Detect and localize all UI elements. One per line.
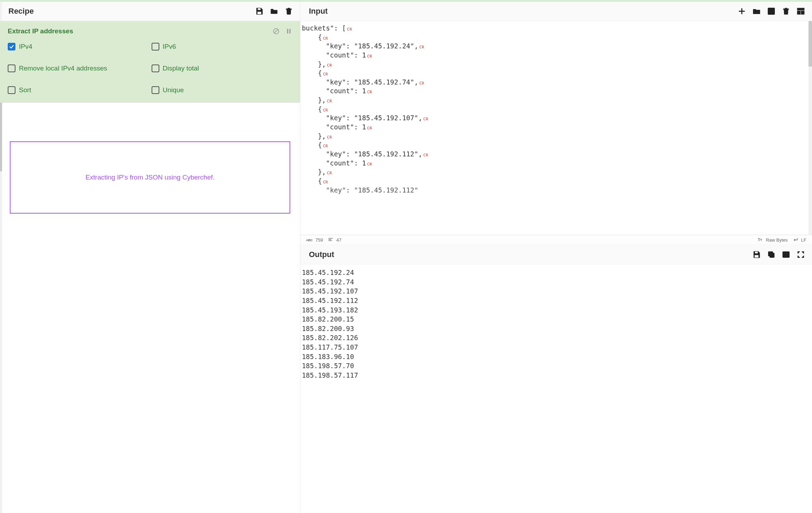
operation-options: IPv4 IPv6 Remove local IPv4 addresses Di… <box>8 43 292 94</box>
load-input-icon[interactable] <box>767 7 776 15</box>
svg-rect-0 <box>258 8 261 10</box>
option-ipv4[interactable]: IPv4 <box>8 43 149 50</box>
option-label: Sort <box>19 86 31 94</box>
operation-title: Extract IP addresses <box>8 27 73 35</box>
save-output-icon[interactable] <box>752 250 761 259</box>
trash-icon[interactable] <box>782 7 790 15</box>
recipe-title: Recipe <box>8 7 34 16</box>
checkbox-icon <box>8 86 15 94</box>
output-line: 185.45.192.24 <box>302 268 811 277</box>
output-line: 185.183.96.10 <box>302 352 811 362</box>
svg-rect-7 <box>797 8 804 10</box>
font-icon: TT <box>758 237 763 243</box>
option-display-total[interactable]: Display total <box>152 65 293 72</box>
disable-icon[interactable] <box>273 28 280 35</box>
option-sort[interactable]: Sort <box>8 86 149 94</box>
option-remove-local[interactable]: Remove local IPv4 addresses <box>8 65 149 72</box>
svg-rect-9 <box>801 11 804 14</box>
input-body: buckets": [CR {CR "key": "185.45.192.24"… <box>300 21 812 235</box>
output-line: 185.45.193.182 <box>302 305 811 315</box>
recipe-pane: Recipe Extract IP addresses <box>0 2 300 513</box>
char-count-value: 759 <box>315 237 323 243</box>
open-folder-icon[interactable] <box>752 7 761 15</box>
tabs-icon[interactable] <box>797 7 805 15</box>
encoding-label: Raw Bytes <box>766 237 788 243</box>
option-label: Display total <box>163 65 199 72</box>
output-header-icons <box>752 250 805 259</box>
input-scrollbar[interactable] <box>808 21 812 235</box>
io-pane: Input <box>300 2 812 513</box>
checkbox-icon <box>8 65 15 72</box>
app-root: Recipe Extract IP addresses <box>0 0 812 513</box>
output-title: Output <box>309 250 334 259</box>
option-label: Remove local IPv4 addresses <box>19 65 107 72</box>
svg-rect-15 <box>755 251 758 254</box>
svg-rect-8 <box>797 11 800 14</box>
output-line: 185.45.192.112 <box>302 296 811 305</box>
char-count[interactable]: ABC 759 <box>306 237 323 243</box>
output-line: 185.82.202.126 <box>302 333 811 343</box>
checkbox-icon <box>152 86 159 94</box>
checkbox-icon <box>152 65 159 72</box>
svg-text:T: T <box>760 239 762 241</box>
output-line: 185.82.200.93 <box>302 324 811 333</box>
output-header: Output <box>300 245 812 264</box>
checkbox-icon <box>152 43 159 50</box>
svg-rect-5 <box>289 29 291 33</box>
plus-icon[interactable] <box>738 7 746 15</box>
recipe-header-icons <box>255 7 293 15</box>
output-line: 185.82.200.15 <box>302 315 811 324</box>
line-count[interactable]: 47 <box>328 237 341 243</box>
input-header-icons <box>738 7 805 15</box>
folder-icon[interactable] <box>270 7 278 15</box>
output-line: 185.45.192.74 <box>302 277 811 287</box>
input-header: Input <box>300 2 812 21</box>
return-icon <box>793 237 798 243</box>
svg-rect-16 <box>754 255 759 258</box>
input-text[interactable]: buckets": [CR {CR "key": "185.45.192.24"… <box>300 21 808 235</box>
svg-line-3 <box>274 29 278 33</box>
abc-icon: ABC <box>306 238 313 242</box>
fullscreen-icon[interactable] <box>797 250 805 259</box>
operation-extract-ip[interactable]: Extract IP addresses IPv4 IPv <box>0 21 300 103</box>
copy-icon[interactable] <box>767 250 776 259</box>
option-ipv6[interactable]: IPv6 <box>152 43 293 50</box>
output-line: 185.117.75.107 <box>302 343 811 352</box>
output-section: Output 185.45.192.24185.45.19 <box>300 245 812 513</box>
annotation-text: Extracting IP's from JSON using Cyberche… <box>86 174 215 181</box>
output-line: 185.198.57.117 <box>302 371 811 380</box>
input-scrollbar-thumb[interactable] <box>808 21 812 67</box>
annotation-box: Extracting IP's from JSON using Cyberche… <box>10 141 290 214</box>
recipe-header: Recipe <box>0 2 300 21</box>
upload-output-icon[interactable] <box>782 250 790 259</box>
input-title: Input <box>309 7 328 16</box>
svg-text:T: T <box>758 238 760 242</box>
output-line: 185.45.192.107 <box>302 286 811 296</box>
line-count-value: 47 <box>336 237 341 243</box>
output-line: 185.198.57.70 <box>302 361 811 371</box>
operation-actions <box>273 28 292 35</box>
option-label: Unique <box>163 86 184 94</box>
eol-label: LF <box>801 237 806 243</box>
eol-toggle[interactable]: LF <box>793 237 806 243</box>
option-label: IPv6 <box>163 43 176 50</box>
svg-rect-1 <box>257 12 261 14</box>
operation-title-row: Extract IP addresses <box>8 27 292 35</box>
save-icon[interactable] <box>255 7 264 15</box>
svg-rect-18 <box>768 252 773 256</box>
option-unique[interactable]: Unique <box>152 86 293 94</box>
option-label: IPv4 <box>19 43 32 50</box>
encoding-toggle[interactable]: TT Raw Bytes <box>758 237 788 243</box>
pause-icon[interactable] <box>285 28 292 35</box>
lines-icon <box>328 237 333 243</box>
trash-icon[interactable] <box>285 7 293 15</box>
svg-rect-4 <box>287 29 288 33</box>
output-text[interactable]: 185.45.192.24185.45.192.74185.45.192.107… <box>300 264 812 513</box>
input-stats-bar: ABC 759 47 TT Raw Byt <box>300 235 812 245</box>
input-section: Input <box>300 2 812 245</box>
checkbox-icon <box>8 43 15 50</box>
